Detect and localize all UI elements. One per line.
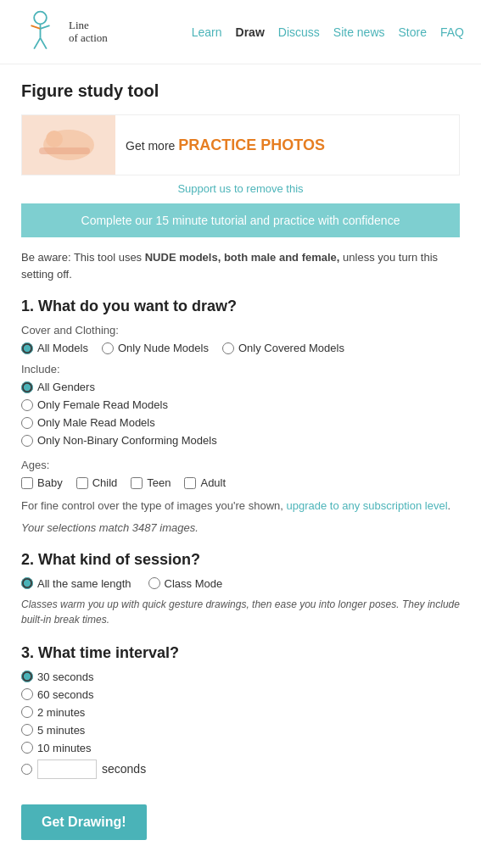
page-title: Figure study tool [21, 81, 460, 101]
ad-support: Support us to remove this [21, 182, 460, 195]
cover-label: Cover and Clothing: [21, 324, 460, 337]
session-options: All the same length Class Mode [21, 577, 460, 590]
session-class-radio[interactable] [148, 577, 160, 589]
interval-30s-radio[interactable] [21, 670, 33, 682]
cover-nude[interactable]: Only Nude Models [102, 342, 209, 354]
interval-5m[interactable]: 5 minutes [21, 724, 460, 737]
include-male-radio[interactable] [21, 417, 33, 429]
section1-title: 1. What do you want to draw? [21, 298, 460, 315]
ages-label: Ages: [21, 459, 460, 471]
ad-support-link[interactable]: Support us to remove this [177, 182, 303, 195]
svg-point-0 [34, 12, 47, 25]
section2: 2. What kind of session? All the same le… [21, 551, 460, 627]
svg-line-4 [34, 38, 40, 49]
age-child[interactable]: Child [76, 476, 118, 489]
ad-text-area: Get more PRACTICE PHOTOS [115, 130, 459, 161]
include-nonbinary-radio[interactable] [21, 435, 33, 447]
tutorial-bar[interactable]: Complete our 15 minute tutorial and prac… [21, 203, 460, 237]
ad-get-text: Get more PRACTICE PHOTOS [126, 136, 449, 154]
interval-options: 30 seconds 60 seconds 2 minutes 5 minute… [21, 670, 460, 779]
custom-label: seconds [102, 762, 146, 776]
section3: 3. What time interval? 30 seconds 60 sec… [21, 644, 460, 779]
age-teen-checkbox[interactable] [131, 477, 143, 489]
svg-rect-9 [39, 147, 90, 154]
ad-practice-text: PRACTICE PHOTOS [178, 136, 325, 153]
include-all[interactable]: All Genders [21, 381, 460, 393]
interval-30s[interactable]: 30 seconds [21, 670, 460, 683]
main-content: Figure study tool Get more PRACTICE PHOT… [0, 64, 481, 857]
main-nav: Learn Draw Discuss Site news Store FAQ [192, 25, 464, 39]
ad-banner[interactable]: Get more PRACTICE PHOTOS [21, 114, 460, 175]
logo: Line of action [17, 8, 108, 55]
nav-discuss[interactable]: Discuss [278, 25, 320, 39]
upgrade-text: For fine control over the type of images… [21, 498, 460, 515]
age-child-checkbox[interactable] [76, 477, 88, 489]
age-baby[interactable]: Baby [21, 476, 63, 489]
ages-options: Baby Child Teen Adult [21, 476, 460, 489]
include-all-radio[interactable] [21, 381, 33, 393]
include-nonbinary[interactable]: Only Non-Binary Conforming Models [21, 434, 460, 447]
logo-text: Line of action [69, 19, 108, 44]
age-adult[interactable]: Adult [184, 476, 226, 489]
cover-covered-radio[interactable] [222, 342, 234, 354]
interval-5m-radio[interactable] [21, 724, 33, 736]
interval-2m-radio[interactable] [21, 706, 33, 718]
ad-image-svg [22, 115, 115, 175]
include-section: Include: All Genders Only Female Read Mo… [21, 363, 460, 447]
ad-image [22, 115, 115, 175]
svg-line-3 [41, 25, 50, 29]
interval-60s[interactable]: 60 seconds [21, 688, 460, 701]
include-options: All Genders Only Female Read Models Only… [21, 381, 460, 447]
logo-icon [17, 8, 64, 55]
session-same[interactable]: All the same length [21, 577, 131, 590]
session-same-radio[interactable] [21, 577, 33, 589]
age-adult-checkbox[interactable] [184, 477, 196, 489]
section1: 1. What do you want to draw? Cover and C… [21, 298, 460, 534]
include-female-radio[interactable] [21, 399, 33, 411]
nav-store[interactable]: Store [399, 25, 427, 39]
header: Line of action Learn Draw Discuss Site n… [0, 0, 481, 64]
cover-all-radio[interactable] [21, 342, 33, 354]
include-label: Include: [21, 363, 460, 376]
section3-title: 3. What time interval? [21, 644, 460, 662]
interval-60s-radio[interactable] [21, 688, 33, 700]
match-text: Your selections match 3487 images. [21, 521, 460, 534]
session-class[interactable]: Class Mode [148, 577, 223, 590]
warning-text: Be aware: This tool uses NUDE models, bo… [21, 249, 460, 282]
custom-seconds-input[interactable] [37, 760, 97, 779]
nav-site-news[interactable]: Site news [333, 25, 385, 39]
nav-draw[interactable]: Draw [236, 25, 265, 39]
upgrade-link[interactable]: upgrade to any subscription level [286, 499, 447, 512]
include-male[interactable]: Only Male Read Models [21, 416, 460, 429]
include-female[interactable]: Only Female Read Models [21, 398, 460, 411]
interval-custom-radio[interactable] [21, 764, 32, 775]
age-teen[interactable]: Teen [131, 476, 171, 489]
ages-section: Ages: Baby Child Teen Adult [21, 459, 460, 489]
nav-faq[interactable]: FAQ [440, 25, 464, 39]
section2-title: 2. What kind of session? [21, 551, 460, 569]
cover-all[interactable]: All Models [21, 342, 88, 354]
get-drawing-button[interactable]: Get Drawing! [21, 804, 147, 840]
interval-custom: seconds [21, 760, 460, 779]
cover-options: All Models Only Nude Models Only Covered… [21, 342, 460, 354]
interval-10m-radio[interactable] [21, 742, 33, 754]
interval-10m[interactable]: 10 minutes [21, 742, 460, 754]
interval-2m[interactable]: 2 minutes [21, 706, 460, 719]
cover-covered[interactable]: Only Covered Models [222, 342, 344, 354]
cover-nude-radio[interactable] [102, 342, 114, 354]
nav-learn[interactable]: Learn [192, 25, 222, 39]
svg-point-8 [46, 131, 63, 147]
svg-line-2 [31, 25, 41, 29]
svg-line-5 [41, 38, 47, 49]
age-baby-checkbox[interactable] [21, 477, 33, 489]
session-desc: Classes warm you up with quick gesture d… [21, 597, 460, 627]
